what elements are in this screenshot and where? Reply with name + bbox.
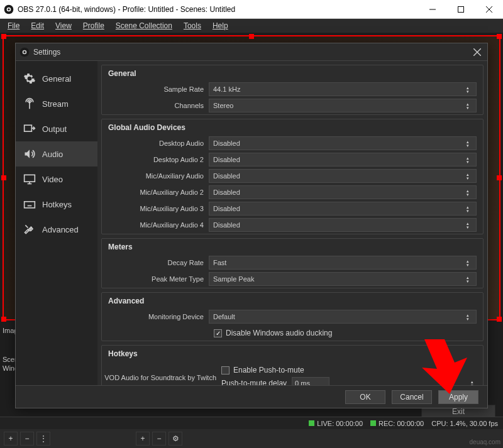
- obs-logo-icon: [19, 47, 30, 57]
- menu-tools[interactable]: Tools: [179, 20, 206, 31]
- desktop-audio-select[interactable]: Disabled▴▾: [209, 136, 477, 150]
- window-close-button[interactable]: [475, 0, 503, 19]
- mic-aux-audio-4-select[interactable]: Disabled▴▾: [209, 218, 477, 232]
- menu-edit[interactable]: Edit: [26, 20, 49, 31]
- sidebar-item-output[interactable]: Output: [16, 116, 97, 141]
- ok-button[interactable]: OK: [345, 390, 385, 404]
- cancel-button[interactable]: Cancel: [392, 390, 432, 404]
- window-maximize-button[interactable]: [446, 0, 475, 19]
- svg-line-24: [25, 225, 28, 227]
- sample-rate-label: Sample Rate: [102, 85, 209, 93]
- status-bar: LIVE: 00:00:00 REC: 00:00:00 CPU: 1.4%, …: [0, 417, 503, 429]
- obs-logo-icon: [4, 4, 14, 14]
- sidebar-item-hotkeys[interactable]: Hotkeys: [16, 192, 97, 217]
- rec-indicator-icon: [370, 420, 376, 426]
- mic-aux-audio-select[interactable]: Disabled▴▾: [209, 169, 477, 183]
- svg-point-9: [23, 51, 25, 53]
- monitoring-device-select[interactable]: Default▴▾: [209, 310, 477, 324]
- group-general-header: General: [102, 65, 483, 82]
- svg-point-2: [8, 8, 9, 10]
- svg-rect-15: [25, 175, 35, 182]
- group-hotkeys-header: Hotkeys: [102, 346, 483, 362]
- svg-rect-4: [458, 6, 463, 12]
- cpu-status: CPU: 1.4%, 30.00 fps: [431, 420, 498, 427]
- tools-icon: [23, 223, 36, 236]
- vod-audio-label: VOD Audio for Soundtrack by Twitch: [102, 374, 221, 381]
- add-scene-button[interactable]: +: [4, 432, 18, 445]
- decay-rate-select[interactable]: Fast▴▾: [209, 256, 477, 270]
- output-icon: [23, 123, 36, 135]
- group-meters-header: Meters: [102, 239, 483, 255]
- live-indicator-icon: [309, 420, 314, 426]
- menu-view[interactable]: View: [50, 20, 77, 31]
- menu-help[interactable]: Help: [207, 20, 233, 31]
- window-title: OBS 27.0.1 (64-bit, windows) - Profile: …: [18, 5, 235, 14]
- menu-file[interactable]: File: [3, 20, 25, 31]
- watermark: deuaq.com: [470, 439, 500, 445]
- channels-label: Channels: [102, 102, 209, 109]
- svg-rect-14: [25, 125, 32, 131]
- group-global-audio-header: Global Audio Devices: [102, 119, 483, 136]
- apply-button[interactable]: Apply: [438, 390, 478, 404]
- menu-profile[interactable]: Profile: [78, 20, 109, 31]
- mic-aux-audio-2-select[interactable]: Disabled▴▾: [209, 185, 477, 199]
- disable-ducking-checkbox[interactable]: ✓: [214, 329, 222, 337]
- settings-sidebar: General Stream Output Audio Video Hotkey…: [16, 61, 97, 385]
- menu-bar: File Edit View Profile Scene Collection …: [0, 19, 503, 33]
- sidebar-item-audio[interactable]: Audio: [16, 141, 97, 167]
- dialog-close-button[interactable]: [471, 46, 484, 58]
- antenna-icon: [23, 97, 36, 110]
- remove-scene-button[interactable]: −: [20, 432, 34, 445]
- sidebar-item-stream[interactable]: Stream: [16, 91, 97, 116]
- menu-scene-collection[interactable]: Scene Collection: [111, 20, 177, 31]
- peak-meter-select[interactable]: Sample Peak▴▾: [209, 272, 477, 286]
- svg-rect-18: [25, 202, 35, 208]
- add-source-button[interactable]: +: [136, 432, 150, 445]
- keyboard-icon: [23, 198, 36, 210]
- window-titlebar: OBS 27.0.1 (64-bit, windows) - Profile: …: [0, 0, 503, 19]
- monitor-icon: [23, 173, 36, 185]
- bottom-toolbar: + − ⋮ + − ⚙: [0, 429, 503, 448]
- sample-rate-select[interactable]: 44.1 kHz▴▾: [209, 82, 477, 96]
- group-advanced-header: Advanced: [102, 293, 483, 309]
- source-properties-button[interactable]: ⚙: [169, 432, 182, 445]
- sidebar-item-general[interactable]: General: [16, 66, 97, 91]
- dialog-title: Settings: [33, 48, 60, 57]
- remove-source-button[interactable]: −: [152, 432, 166, 445]
- mic-aux-audio-3-select[interactable]: Disabled▴▾: [209, 202, 477, 216]
- speaker-icon: [23, 148, 36, 160]
- disable-ducking-label: Disable Windows audio ducking: [226, 329, 332, 337]
- settings-dialog: Settings General Stream Output Audio: [15, 43, 488, 408]
- enable-push-to-mute-checkbox[interactable]: [221, 366, 229, 374]
- window-minimize-button[interactable]: [418, 0, 446, 19]
- sidebar-item-video[interactable]: Video: [16, 167, 97, 192]
- channels-select[interactable]: Stereo▴▾: [209, 99, 477, 112]
- push-to-mute-delay-input[interactable]: 0 ms: [292, 377, 329, 385]
- gear-icon: [23, 72, 36, 85]
- settings-content: General Sample Rate 44.1 kHz▴▾ Channels …: [97, 61, 487, 385]
- sidebar-item-advanced[interactable]: Advanced: [16, 217, 97, 242]
- scene-menu-button[interactable]: ⋮: [36, 432, 50, 445]
- desktop-audio-2-select[interactable]: Disabled▴▾: [209, 153, 477, 167]
